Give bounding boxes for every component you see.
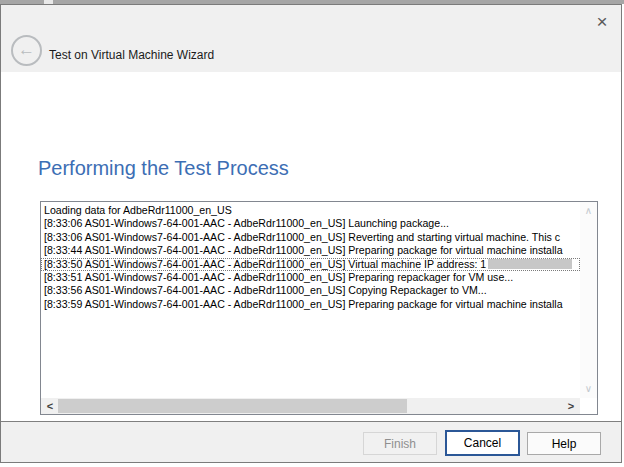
scroll-left-icon[interactable]: < <box>42 398 58 414</box>
help-button[interactable]: Help <box>527 432 601 455</box>
log-line[interactable]: [8:33:59 AS01-Windows7-64-001-AAC - Adbe… <box>41 298 580 311</box>
footer-bar: Finish Cancel Help <box>1 421 621 462</box>
close-button[interactable]: × <box>589 9 615 35</box>
log-line-text: [8:33:59 AS01-Windows7-64-001-AAC - Adbe… <box>44 298 563 311</box>
log-line-text: [8:33:06 AS01-Windows7-64-001-AAC - Adbe… <box>44 231 560 244</box>
close-icon: × <box>596 11 607 32</box>
scroll-down-icon[interactable]: ∨ <box>580 382 597 396</box>
log-line-text: Loading data for AdbeRdr11000_en_US <box>44 204 232 217</box>
log-line[interactable]: [8:33:51 AS01-Windows7-64-001-AAC - Adbe… <box>41 271 580 284</box>
wizard-dialog: ← Test on Virtual Machine Wizard × Perfo… <box>0 4 622 463</box>
log-line-text: [8:33:56 AS01-Windows7-64-001-AAC - Adbe… <box>44 284 487 297</box>
log-line-text: [8:33:51 AS01-Windows7-64-001-AAC - Adbe… <box>44 271 513 284</box>
cancel-button[interactable]: Cancel <box>445 430 520 456</box>
scroll-up-icon[interactable]: ∧ <box>580 204 597 218</box>
log-line-text: [8:33:06 AS01-Windows7-64-001-AAC - Adbe… <box>44 217 449 230</box>
page-title: Performing the Test Process <box>38 157 289 180</box>
log-line[interactable]: Loading data for AdbeRdr11000_en_US <box>41 204 580 217</box>
log-line-text: [8:33:50 AS01-Windows7-64-001-AAC - Adbe… <box>44 258 486 271</box>
log-line[interactable]: [8:33:56 AS01-Windows7-64-001-AAC - Adbe… <box>41 284 580 297</box>
log-list: Loading data for AdbeRdr11000_en_US[8:33… <box>41 202 580 398</box>
horizontal-scrollbar[interactable]: < > <box>41 398 580 414</box>
vertical-scrollbar[interactable]: ∧ ∨ <box>580 202 597 398</box>
back-button[interactable]: ← <box>11 35 42 66</box>
window-title: Test on Virtual Machine Wizard <box>49 48 214 62</box>
log-line[interactable]: [8:33:06 AS01-Windows7-64-001-AAC - Adbe… <box>41 217 580 230</box>
log-line[interactable]: [8:33:06 AS01-Windows7-64-001-AAC - Adbe… <box>41 231 580 244</box>
back-arrow-icon: ← <box>18 40 35 59</box>
log-line[interactable]: [8:33:44 AS01-Windows7-64-001-AAC - Adbe… <box>41 244 580 257</box>
log-listbox: Loading data for AdbeRdr11000_en_US[8:33… <box>40 201 598 415</box>
log-line[interactable]: [8:33:50 AS01-Windows7-64-001-AAC - Adbe… <box>41 258 580 271</box>
scrollbar-thumb[interactable] <box>58 399 407 413</box>
scroll-right-icon[interactable]: > <box>563 398 579 414</box>
content-panel: Performing the Test Process Loading data… <box>1 72 621 421</box>
finish-button[interactable]: Finish <box>363 432 437 455</box>
log-line-text: [8:33:44 AS01-Windows7-64-001-AAC - Adbe… <box>44 244 563 257</box>
redacted-ip-box <box>488 259 572 269</box>
